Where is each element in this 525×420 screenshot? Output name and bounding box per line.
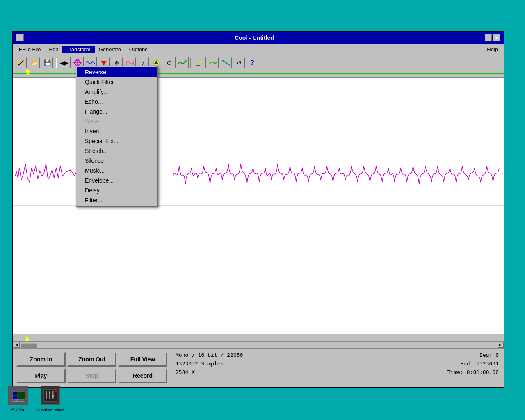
toolbar-btn16[interactable] [220, 57, 232, 68]
info-panel: Mono / 16 bit / 22050 Beg: 0 1323032 Sam… [171, 349, 504, 387]
menu-transform[interactable]: Transform [62, 46, 95, 53]
window-title: Cool - Untitled [24, 34, 485, 41]
menu-item-amplify[interactable]: Amplify... [77, 87, 157, 97]
toolbar-btn14[interactable] [194, 57, 206, 68]
toolbar-save[interactable]: 💾 [41, 57, 53, 68]
menu-item-music[interactable]: Music... [77, 166, 157, 176]
transport-row-2: Play Stop Record [16, 368, 167, 383]
transport-controls: Zoom In Zoom Out Full View Play Stop Rec… [13, 349, 171, 387]
menu-item-reverse[interactable]: Reverse [77, 67, 157, 77]
pri-sec-icon [8, 386, 28, 405]
toolbar-help[interactable]: ? [246, 57, 258, 68]
menu-item-delay[interactable]: Delay... [77, 185, 157, 195]
scroll-thumb[interactable] [21, 343, 37, 348]
menu-item-wave[interactable]: Wave... [77, 116, 157, 126]
menu-file[interactable]: FFile File [15, 46, 45, 53]
zoom-out-button[interactable]: Zoom Out [67, 352, 116, 367]
desktop-icons: Pri/Sec Creative Mixer [8, 386, 65, 412]
svg-marker-6 [101, 61, 107, 66]
toolbar-pencil[interactable] [15, 57, 27, 68]
desktop-icon-pri-sec[interactable]: Pri/Sec [8, 386, 28, 412]
menu-item-echo[interactable]: Echo... [77, 97, 157, 107]
svg-line-11 [196, 60, 203, 65]
play-button[interactable]: Play [16, 368, 66, 383]
info-format: Mono / 16 bit / 22050 [176, 352, 243, 358]
menu-help[interactable]: Help [483, 46, 502, 53]
record-button[interactable]: Record [118, 368, 167, 383]
info-samples-row: 1323032 Samples End: 1323031 [176, 361, 499, 367]
desktop-icon-creative-mixer[interactable]: Creative Mixer [36, 386, 65, 412]
info-time: Time: 0:01:00.00 [447, 369, 499, 375]
svg-rect-17 [13, 392, 17, 395]
scroll-left-btn[interactable]: ◀ [13, 342, 20, 348]
full-view-button[interactable]: Full View [118, 352, 167, 367]
menu-bar: FFile File Edit Transform Generate Optio… [13, 44, 504, 55]
svg-rect-26 [46, 394, 47, 395]
controls-area: Zoom In Zoom Out Full View Play Stop Rec… [13, 348, 504, 387]
svg-rect-28 [52, 395, 54, 397]
toolbar-sep2 [190, 58, 192, 68]
transport-row-1: Zoom In Zoom Out Full View [16, 352, 167, 367]
info-size: 2584 K [176, 369, 195, 375]
toolbar-btn4[interactable]: ◀▶ [58, 57, 71, 68]
transform-dropdown: Reverse Quick Filter Amplify... Echo... … [76, 66, 158, 207]
menu-options[interactable]: Options [125, 46, 152, 53]
svg-rect-18 [13, 396, 17, 399]
svg-rect-19 [18, 392, 25, 399]
info-format-row: Mono / 16 bit / 22050 Beg: 0 [176, 352, 499, 358]
creative-mixer-icon [41, 386, 60, 405]
menu-item-quick-filter[interactable]: Quick Filter [77, 77, 157, 87]
toolbar-btn13[interactable] [176, 57, 189, 68]
minimize-button[interactable]: _ [485, 34, 492, 41]
svg-line-13 [222, 60, 230, 65]
info-size-row: 2584 K Time: 0:01:00.00 [176, 369, 499, 375]
menu-edit[interactable]: Edit [45, 46, 62, 53]
toolbar-btn12[interactable]: ⏱ [163, 57, 176, 68]
creative-mixer-label: Creative Mixer [36, 407, 65, 412]
title-bar: — Cool - Untitled _ ▼ [13, 32, 504, 44]
pri-sec-label: Pri/Sec [11, 407, 25, 412]
menu-item-invert[interactable]: Invert [77, 126, 157, 136]
toolbar-open[interactable]: 📂 [28, 57, 40, 68]
timeline-ruler-bottom [13, 334, 504, 341]
maximize-button[interactable]: ▼ [493, 34, 500, 41]
menu-item-special-efx[interactable]: Special Efx... [77, 136, 157, 146]
menu-item-envelope[interactable]: Envelope... [77, 176, 157, 185]
info-samples: 1323032 Samples [176, 361, 224, 367]
menu-item-filter[interactable]: Filter... [77, 195, 157, 205]
toolbar-btn15[interactable] [207, 57, 219, 68]
info-beg: Beg: 0 [479, 352, 499, 358]
system-menu-button[interactable]: — [16, 34, 24, 41]
zoom-in-button[interactable]: Zoom In [16, 352, 66, 367]
info-end: End: 1323031 [460, 361, 499, 367]
toolbar-sep1 [55, 58, 57, 68]
menu-item-silence[interactable]: Silence [77, 156, 157, 166]
menu-item-stretch[interactable]: Stretch... [77, 146, 157, 156]
toolbar-btn17[interactable]: ↺ [233, 57, 245, 68]
horizontal-scrollbar: ◀ ▶ [13, 341, 504, 348]
svg-rect-27 [49, 392, 50, 394]
stop-button[interactable]: Stop [67, 368, 116, 383]
scroll-right-btn[interactable]: ▶ [497, 342, 504, 348]
menu-item-flange[interactable]: Flange... [77, 107, 157, 116]
menu-generate[interactable]: Generate [95, 46, 125, 53]
